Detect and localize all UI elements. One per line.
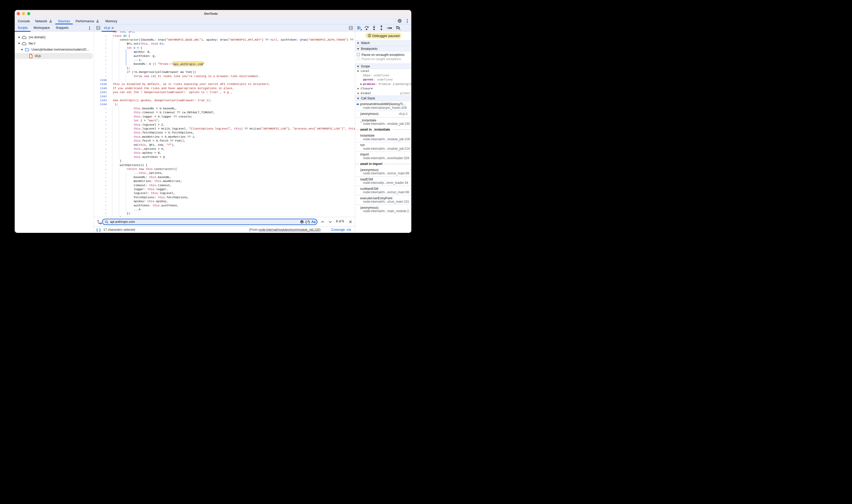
svg-text:A: A	[97, 219, 99, 222]
svg-text:B: B	[100, 222, 102, 224]
